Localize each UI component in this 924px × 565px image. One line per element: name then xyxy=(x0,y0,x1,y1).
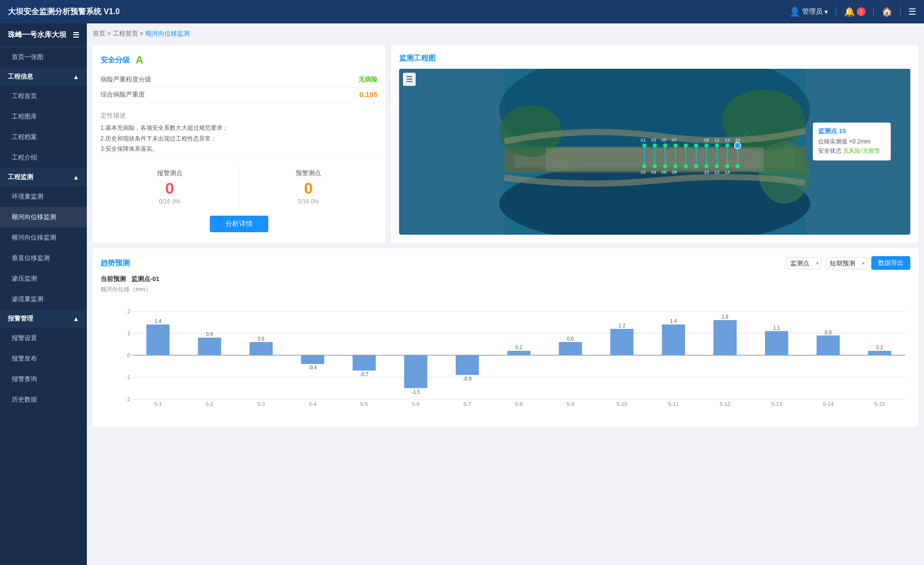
svg-rect-102 xyxy=(765,331,788,356)
sidebar-item-along-river[interactable]: 顺河向位移监测 xyxy=(0,207,87,227)
svg-text:1: 1 xyxy=(127,330,130,336)
svg-text:-1.5: -1.5 xyxy=(412,389,421,395)
sidebar-category-project-info[interactable]: 工程信息 ▲ xyxy=(0,67,87,86)
svg-rect-108 xyxy=(868,351,891,355)
svg-text:5-4: 5-4 xyxy=(309,401,317,407)
sidebar-item-alert-query[interactable]: 报警查询 xyxy=(0,369,87,389)
qualitative-section: 定性描述 1.基本无病险，各项安全系数大大超过规范要求； 2.历史和现状条件下未… xyxy=(100,107,378,159)
header-divider-3 xyxy=(900,7,901,17)
svg-text:05: 05 xyxy=(662,137,667,142)
sidebar-item-project-home[interactable]: 工程首页 xyxy=(0,86,87,106)
svg-text:-1: -1 xyxy=(125,374,130,380)
svg-point-36 xyxy=(715,164,719,169)
forecast-select-wrapper: 短期预测 xyxy=(825,257,867,269)
safety-panel: 安全分级 A 病险严重程度分级 无病险 综合病险严重度 0.105 定性描述 1… xyxy=(93,46,385,242)
svg-point-7 xyxy=(759,141,810,204)
sidebar-item-env-monitor[interactable]: 环境量监测 xyxy=(0,186,87,207)
sidebar-item-project-gallery[interactable]: 工程图库 xyxy=(0,106,87,127)
trend-panel: 趋势预测 监测点 短期预测 数据导出 当前预测 xyxy=(93,248,918,426)
svg-text:5-13: 5-13 xyxy=(771,401,782,407)
forecast-select[interactable]: 短期预测 xyxy=(825,257,867,269)
home-btn[interactable]: 🏠 xyxy=(882,6,892,17)
header-divider-2 xyxy=(873,7,874,17)
tooltip-displacement: 位移实测值 +0.2mm xyxy=(818,138,885,146)
project-name: 珠峰一号水库大坝 xyxy=(8,30,66,40)
svg-point-30 xyxy=(653,164,657,169)
tooltip-displacement-label: 位移实测值 xyxy=(818,138,847,145)
svg-point-38 xyxy=(736,164,740,169)
svg-text:13: 13 xyxy=(724,137,730,142)
current-point: 监测点-01 xyxy=(131,275,160,282)
monitor-point-select[interactable]: 监测点 xyxy=(786,257,822,269)
tooltip-status-label: 安全状态 xyxy=(818,147,842,154)
svg-text:-0.7: -0.7 xyxy=(360,372,369,377)
sidebar-item-home-map[interactable]: 首页一张图 xyxy=(0,47,87,67)
sidebar-item-seepage-flow[interactable]: 渗流量监测 xyxy=(0,289,87,309)
sidebar-item-project-intro[interactable]: 工程介绍 xyxy=(0,147,87,168)
svg-text:1.4: 1.4 xyxy=(670,319,677,324)
app-title-area: 大坝安全监测分析预警系统 V1.0 xyxy=(8,7,120,17)
notification-btn[interactable]: 🔔 3 xyxy=(844,6,865,17)
alert-row: 报警测点 0 0/16 0% 预警测点 0 0/16 0% xyxy=(100,165,378,209)
user-menu[interactable]: 👤 管理员 ▾ xyxy=(789,6,828,17)
svg-text:15: 15 xyxy=(735,137,741,142)
svg-text:5-11: 5-11 xyxy=(668,401,679,407)
sidebar-item-history-data[interactable]: 历史数据 xyxy=(0,389,87,410)
tooltip-displacement-value: +0.2mm xyxy=(849,138,870,145)
svg-text:07: 07 xyxy=(672,137,677,142)
breadcrumb-project[interactable]: 工程首页 xyxy=(113,30,138,37)
svg-text:1.4: 1.4 xyxy=(155,319,161,324)
svg-text:09: 09 xyxy=(704,137,709,142)
collapse-icon-3: ▲ xyxy=(73,315,79,323)
svg-rect-90 xyxy=(559,342,582,355)
sidebar-header: 珠峰一号水库大坝 ☰ xyxy=(0,23,87,47)
svg-text:5-12: 5-12 xyxy=(720,401,730,407)
sidebar: 珠峰一号水库大坝 ☰ 首页一张图 工程信息 ▲ 工程首页 工程图库 工程档案 工… xyxy=(0,23,87,565)
sidebar-item-vertical[interactable]: 垂直位移监测 xyxy=(0,248,87,268)
svg-point-37 xyxy=(725,164,730,169)
current-prediction: 当前预测 监测点-01 xyxy=(100,275,910,283)
trend-chart: 210-1-21.45-10.85-20.65-3-0.45-4-0.75-5-… xyxy=(115,297,910,419)
comprehensive-severity-label: 综合病险严重度 xyxy=(100,90,145,99)
sidebar-category-project-monitor[interactable]: 工程监测 ▲ xyxy=(0,168,87,186)
svg-text:5-6: 5-6 xyxy=(412,401,420,407)
map-list-btn[interactable]: ☰ xyxy=(403,73,416,86)
breadcrumb: 首页 > 工程首页 > 顺河向位移监测 xyxy=(93,29,918,38)
header-divider-1 xyxy=(836,7,836,17)
disease-severity-row: 病险严重程度分级 无病险 xyxy=(100,72,378,87)
svg-text:2: 2 xyxy=(127,308,130,314)
tooltip-status-value: 无风险/无预警 xyxy=(843,147,880,154)
breadcrumb-current: 顺河向位移监测 xyxy=(145,30,190,37)
svg-text:5-8: 5-8 xyxy=(515,401,523,407)
home-icon: 🏠 xyxy=(882,6,892,17)
sidebar-item-alert-settings[interactable]: 报警设置 xyxy=(0,328,87,348)
svg-text:0.2: 0.2 xyxy=(876,345,883,350)
svg-rect-69 xyxy=(198,338,221,355)
qualitative-line-1: 1.基本无病险，各项安全系数大大超过规范要求； xyxy=(100,123,378,134)
svg-text:08: 08 xyxy=(672,169,677,175)
svg-point-33 xyxy=(684,164,688,169)
svg-text:10: 10 xyxy=(704,169,709,175)
sidebar-toggle-icon[interactable]: ☰ xyxy=(73,31,79,40)
analyze-btn[interactable]: 分析详情 xyxy=(210,216,268,232)
sidebar-category-alert-mgmt[interactable]: 报警管理 ▲ xyxy=(0,309,87,328)
menu-btn[interactable]: ☰ xyxy=(908,6,916,17)
alert-count: 0 xyxy=(104,181,235,196)
qualitative-line-2: 2.历史和现状条件下未出现过工程性态异常； xyxy=(100,134,378,144)
svg-point-35 xyxy=(704,164,709,169)
collapse-icon: ▲ xyxy=(73,73,79,81)
breadcrumb-home[interactable]: 首页 xyxy=(93,30,105,37)
notification-count: 3 xyxy=(857,7,865,16)
sidebar-item-cross-river[interactable]: 横河向位移监测 xyxy=(0,227,87,248)
breadcrumb-sep-1: > xyxy=(107,30,113,37)
map-title: 监测工程图 xyxy=(399,54,910,63)
svg-rect-96 xyxy=(662,324,685,355)
chart-wrapper: 210-1-21.45-10.85-20.65-3-0.45-4-0.75-5-… xyxy=(100,297,910,419)
qualitative-text: 1.基本无病险，各项安全系数大大超过规范要求； 2.历史和现状条件下未出现过工程… xyxy=(100,123,378,155)
export-btn[interactable]: 数据导出 xyxy=(871,256,910,270)
sidebar-item-seepage[interactable]: 渗压监测 xyxy=(0,268,87,289)
trend-header: 趋势预测 监测点 短期预测 数据导出 xyxy=(100,256,910,270)
sidebar-item-alert-publish[interactable]: 报警发布 xyxy=(0,348,87,369)
bell-icon: 🔔 xyxy=(844,6,855,17)
sidebar-item-project-archive[interactable]: 工程档案 xyxy=(0,127,87,147)
